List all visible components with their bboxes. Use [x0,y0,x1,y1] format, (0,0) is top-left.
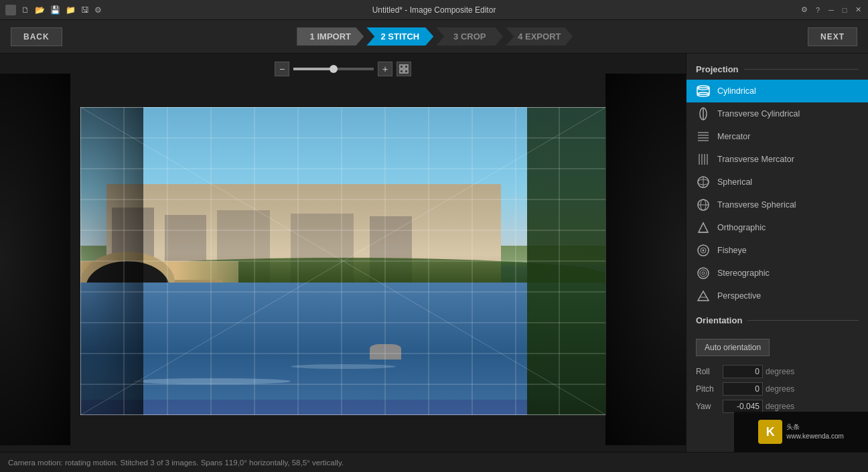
yaw-input[interactable] [723,400,763,413]
open-icon[interactable]: 📂 [35,5,45,15]
next-button[interactable]: NEXT [808,27,857,46]
transverse-spherical-icon [696,198,711,212]
zoom-controls: − + [275,62,411,76]
pano-container [13,87,672,445]
canvas-area[interactable]: − + [0,54,686,452]
yaw-label: Yaw [696,402,723,411]
new-icon[interactable]: 🗋 [21,5,29,15]
step-import[interactable]: 1 IMPORT [297,27,364,46]
fisheye-icon [696,243,711,258]
svg-rect-0 [400,65,403,68]
transverse-mercator-icon [696,152,711,167]
perspective-icon [696,289,711,303]
step-stitch[interactable]: 2 STITCH [366,27,433,46]
proj-ts-label: Transverse Spherical [717,200,796,210]
svg-rect-2 [400,70,403,73]
zoom-in-button[interactable]: + [378,62,392,76]
svg-point-51 [700,270,707,277]
svg-rect-1 [405,65,408,68]
proj-fisheye-label: Fisheye [717,246,747,255]
titlebar-controls: ⚙ ? ─ □ ✕ [800,5,863,15]
orientation-title: Orientation [686,313,868,331]
mercator-icon [696,129,711,144]
proj-tm-label: Transverse Mercator [717,155,794,164]
close-control[interactable]: ✕ [853,5,863,15]
proj-cylindrical[interactable]: Cylindrical [686,80,868,102]
projection-title: Projection [686,62,868,80]
statusbar: Camera motion: rotating motion. Stitched… [0,452,868,472]
yaw-unit: degrees [766,402,794,411]
folder-icon[interactable]: 📁 [66,5,76,15]
minimize-control[interactable]: ─ [826,5,836,15]
wizard-steps: 1 IMPORT 2 STITCH 3 CROP 4 EXPORT [297,27,573,46]
panorama-image[interactable] [80,107,606,415]
gear-control[interactable]: ⚙ [800,5,809,15]
zoom-fit-button[interactable] [396,62,411,76]
roll-unit: degrees [766,367,794,376]
watermark-logo: K [758,420,782,444]
step-crop[interactable]: 3 CROP [436,27,503,46]
window-title: Untitled* - Image Composite Editor [372,5,496,15]
proj-ortho-label: Orthographic [717,223,766,232]
help-control[interactable]: ? [813,5,822,15]
stereographic-icon [696,266,711,281]
pitch-input[interactable] [723,382,763,396]
zoom-slider-fill [293,68,334,70]
right-panel: Projection Cylindrical [686,54,868,452]
wizard-toolbar: BACK 1 IMPORT 2 STITCH 3 CROP 4 EXPORT N… [0,20,868,54]
status-text: Camera motion: rotating motion. Stitched… [8,459,344,467]
transverse-cylindrical-icon [696,106,711,121]
spherical-icon [696,175,711,189]
zoom-slider-thumb [330,65,338,73]
orthographic-icon [696,220,711,235]
proj-orthographic[interactable]: Orthographic [686,216,868,239]
proj-spherical-label: Spherical [717,177,752,187]
save-icon[interactable]: 💾 [50,5,60,15]
orientation-section: Auto orientation Roll degrees Pitch degr… [686,331,868,420]
titlebar-left: 🗋 📂 💾 📁 🖫 ⚙ [5,5,102,15]
proj-spherical[interactable]: Spherical [686,171,868,193]
proj-tc-label: Transverse Cylindrical [717,109,800,119]
pitch-unit: degrees [766,384,794,394]
watermark-text: 头条www.kewenda.com [786,422,844,441]
pitch-row: Pitch degrees [686,380,868,398]
proj-stereographic[interactable]: Stereographic [686,262,868,285]
proj-mercator-label: Mercator [717,132,750,141]
proj-transverse-mercator[interactable]: Transverse Mercator [686,148,868,171]
roll-input[interactable] [723,365,763,378]
settings-icon-small[interactable]: ⚙ [94,5,102,15]
roll-row: Roll degrees [686,363,868,380]
app-icon [5,5,16,15]
svg-point-49 [703,250,705,252]
proj-transverse-spherical[interactable]: Transverse Spherical [686,193,868,216]
proj-stereo-label: Stereographic [717,268,770,278]
titlebar: 🗋 📂 💾 📁 🖫 ⚙ Untitled* - Image Composite … [0,0,868,20]
svg-point-50 [698,268,709,279]
pitch-label: Pitch [696,384,723,394]
save-as-icon[interactable]: 🖫 [81,5,89,15]
main-area: − + [0,54,868,452]
roll-label: Roll [696,367,723,376]
proj-cylindrical-label: Cylindrical [717,86,756,96]
zoom-out-button[interactable]: − [275,62,289,76]
proj-perspective-label: Perspective [717,291,761,301]
projection-list: Cylindrical Transverse Cylindrical [686,80,868,313]
maximize-control[interactable]: □ [840,5,849,15]
svg-rect-3 [405,70,408,73]
step-export[interactable]: 4 EXPORT [506,27,573,46]
proj-transverse-cylindrical[interactable]: Transverse Cylindrical [686,102,868,125]
svg-point-52 [702,272,705,274]
proj-perspective[interactable]: Perspective [686,285,868,307]
watermark-inner: K 头条www.kewenda.com [758,420,844,444]
back-button[interactable]: BACK [11,27,62,46]
pano-scene [80,107,606,415]
zoom-slider[interactable] [293,68,374,70]
proj-fisheye[interactable]: Fisheye [686,239,868,262]
auto-orientation-button[interactable]: Auto orientation [696,339,770,356]
watermark: K 头条www.kewenda.com [734,412,868,452]
cylindrical-icon [696,84,711,98]
proj-mercator[interactable]: Mercator [686,125,868,148]
